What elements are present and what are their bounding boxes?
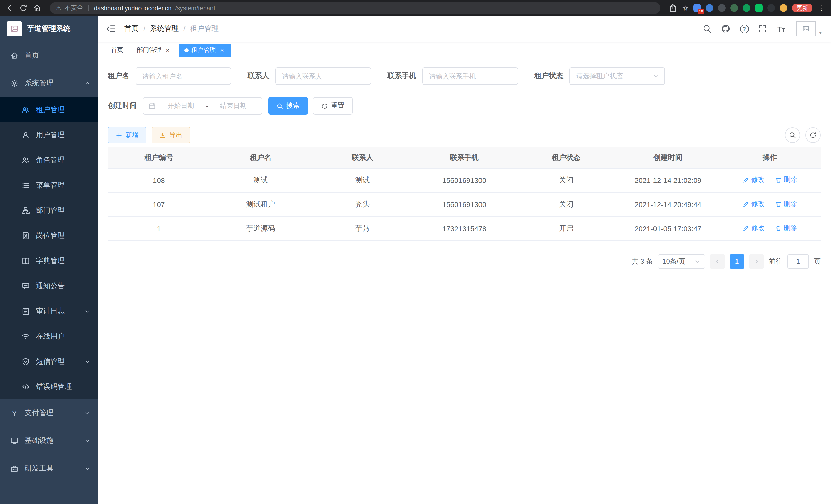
sidebar-group-payment[interactable]: ¥ 支付管理	[0, 399, 98, 427]
extension-icon[interactable]	[718, 4, 726, 12]
browser-menu-icon[interactable]: ⋮	[817, 4, 826, 12]
org-tree-icon	[22, 206, 30, 214]
edit-icon	[743, 177, 749, 183]
sidebar-item-user[interactable]: 用户管理	[0, 122, 98, 147]
edit-button[interactable]: 修改	[743, 200, 765, 209]
cell-phone: 15601691300	[413, 168, 515, 192]
sidebar-item-role[interactable]: 角色管理	[0, 147, 98, 173]
extension-icon[interactable]: 10	[693, 4, 701, 12]
edit-button[interactable]: 修改	[743, 175, 765, 185]
add-button[interactable]: 新增	[108, 127, 146, 143]
extension-icon[interactable]	[743, 4, 750, 12]
tenant-name-input[interactable]	[136, 67, 231, 85]
system-submenu: 租户管理 用户管理 角色管理 菜单管理 部门管理	[0, 97, 98, 399]
chevron-down-icon	[84, 438, 90, 444]
help-button[interactable]: ?	[737, 21, 752, 36]
status-placeholder: 请选择租户状态	[576, 71, 623, 81]
sidebar-item-menu[interactable]: 菜单管理	[0, 173, 98, 198]
page-size-select[interactable]: 10条/页	[658, 254, 705, 268]
sidebar-item-error-code[interactable]: 错误码管理	[0, 374, 98, 399]
sidebar-item-tenant[interactable]: 租户管理	[0, 97, 98, 122]
create-time-range-picker[interactable]: 开始日期 - 结束日期	[143, 97, 262, 115]
home-icon[interactable]	[33, 4, 41, 12]
address-bar[interactable]: ⚠ 不安全 dashboard.yudao.iocoder.cn/system/…	[50, 2, 661, 14]
bookmark-star-icon[interactable]: ☆	[682, 4, 689, 11]
sidebar-item-notice[interactable]: 通知公告	[0, 273, 98, 298]
tag-dept[interactable]: 部门管理 ×	[132, 43, 176, 57]
phone-input[interactable]	[423, 67, 518, 85]
sidebar-collapse-icon[interactable]	[106, 24, 116, 34]
contact-input[interactable]	[276, 67, 371, 85]
breadcrumb-system[interactable]: 系统管理	[150, 24, 179, 33]
warning-icon: ⚠	[56, 5, 61, 11]
search-button[interactable]: 搜索	[268, 97, 308, 115]
close-icon[interactable]: ×	[219, 47, 226, 54]
delete-button[interactable]: 删除	[775, 175, 797, 185]
back-icon[interactable]	[5, 4, 14, 12]
calendar-icon	[148, 102, 156, 110]
cell-status: 开启	[515, 216, 617, 240]
logo-rabbit-icon	[10, 25, 19, 33]
reset-button[interactable]: 重置	[313, 97, 352, 115]
sidebar-item-online-user[interactable]: 在线用户	[0, 324, 98, 349]
tag-tenant[interactable]: 租户管理 ×	[179, 43, 231, 57]
breadcrumb-home[interactable]: 首页	[124, 24, 139, 33]
chevron-down-icon	[653, 73, 659, 79]
close-icon[interactable]: ×	[164, 47, 171, 54]
plus-icon	[116, 132, 122, 139]
reload-icon[interactable]	[19, 4, 28, 12]
cell-status: 关闭	[515, 192, 617, 216]
sidebar-item-post[interactable]: 岗位管理	[0, 223, 98, 248]
active-tag-dot	[184, 48, 189, 52]
extension-icon[interactable]	[706, 4, 713, 12]
share-icon[interactable]	[669, 4, 678, 12]
chevron-down-icon	[84, 308, 90, 314]
export-button[interactable]: 导出	[152, 127, 190, 143]
question-icon: ?	[740, 24, 748, 33]
refresh-table-button[interactable]	[805, 127, 821, 143]
cell-tenant-id: 108	[108, 168, 210, 192]
chevron-up-icon	[84, 80, 90, 86]
col-phone: 联系手机	[413, 147, 515, 168]
sidebar-group-system[interactable]: 系统管理	[0, 69, 98, 97]
logo-image	[7, 21, 22, 36]
github-button[interactable]	[718, 21, 733, 36]
next-page-button[interactable]	[749, 254, 764, 268]
sidebar-item-dept[interactable]: 部门管理	[0, 198, 98, 223]
delete-button[interactable]: 删除	[775, 200, 797, 209]
tenant-status-select[interactable]: 请选择租户状态	[569, 67, 665, 85]
sidebar-item-home[interactable]: 首页	[0, 41, 98, 69]
page-content: 租户名 联系人 联系手机 租户状态 请选择租户状态	[98, 59, 831, 504]
sidebar-group-sms[interactable]: 短信管理	[0, 349, 98, 374]
toggle-search-button[interactable]	[785, 127, 800, 143]
profile-avatar[interactable]	[780, 4, 787, 12]
app-logo[interactable]: 芋道管理系统	[0, 16, 98, 41]
tenant-table: 租户编号 租户名 联系人 联系手机 租户状态 创建时间 操作 108 测试	[108, 147, 821, 241]
extension-icon[interactable]	[730, 4, 738, 12]
edit-button[interactable]: 修改	[743, 224, 765, 233]
font-size-button[interactable]: TT	[773, 21, 789, 36]
cell-tenant-name: 测试租户	[210, 192, 311, 216]
user-menu[interactable]: ▼	[796, 21, 823, 36]
delete-button[interactable]: 删除	[775, 224, 797, 233]
fullscreen-button[interactable]	[755, 21, 770, 36]
extension-icon[interactable]	[767, 4, 775, 12]
extension-icon[interactable]	[755, 4, 763, 12]
sidebar-group-infra[interactable]: 基础设施	[0, 427, 98, 455]
prev-page-button[interactable]	[710, 254, 725, 268]
current-page-button[interactable]: 1	[730, 254, 744, 268]
security-label[interactable]: 不安全	[65, 4, 83, 12]
header-search-button[interactable]	[699, 21, 715, 36]
sidebar-group-audit-log[interactable]: 审计日志	[0, 298, 98, 324]
edit-icon	[743, 201, 749, 208]
cell-status: 关闭	[515, 168, 617, 192]
font-size-icon: TT	[777, 25, 785, 33]
tag-home[interactable]: 首页	[106, 43, 128, 57]
sidebar-group-devtools[interactable]: 研发工具	[0, 455, 98, 482]
sidebar-item-dict[interactable]: 字典管理	[0, 248, 98, 273]
browser-update-button[interactable]: 更新	[792, 4, 812, 12]
shield-icon	[22, 357, 30, 365]
goto-page-input[interactable]	[787, 254, 809, 268]
filter-phone: 联系手机	[388, 67, 518, 85]
col-status: 租户状态	[515, 147, 617, 168]
